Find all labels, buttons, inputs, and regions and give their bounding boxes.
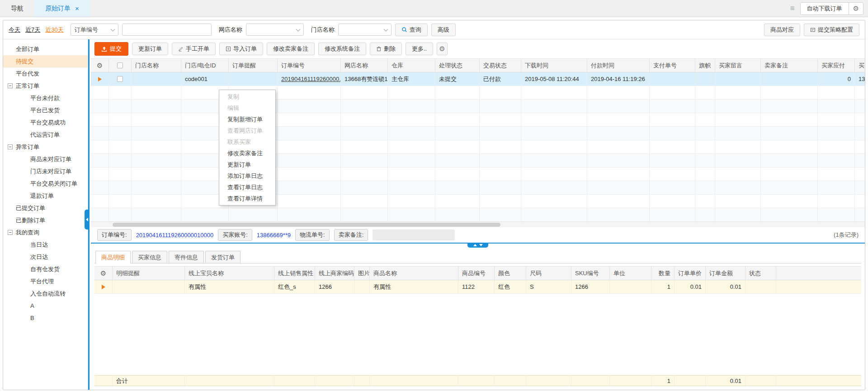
store-name-select[interactable] [338, 24, 392, 36]
context-menu-item-2[interactable]: 复制新增订单 [219, 114, 275, 125]
tab-close-icon[interactable]: × [75, 5, 79, 12]
gear-icon[interactable]: ⚙ [97, 59, 103, 72]
column-header-10[interactable]: 下载时间 [521, 59, 587, 72]
column-header-3[interactable]: 门店/电仓ID [181, 59, 229, 72]
search-field-select[interactable]: 订单编号 [71, 24, 118, 36]
sidebar-item-12[interactable]: 退款订单 [3, 190, 88, 202]
header-gear-cell[interactable]: ⚙ [91, 59, 109, 72]
import-order-button[interactable]: 导入订单 [219, 43, 263, 55]
detail-tab-3[interactable]: 发货订单 [205, 251, 241, 263]
shop-name-select[interactable] [246, 24, 304, 36]
manual-order-button[interactable]: 手工开单 [172, 43, 216, 55]
sidebar-item-2[interactable]: 平台代发 [3, 67, 88, 80]
order-number-value[interactable]: 201904161119260000010000 [136, 232, 214, 239]
detail-tab-1[interactable]: 买家信息 [132, 251, 167, 263]
order-search-input[interactable] [122, 24, 212, 36]
detail-column-header-1[interactable]: 明细提醒 [113, 267, 185, 280]
tree-collapse-icon[interactable] [8, 144, 13, 149]
column-header-16[interactable]: 买家应付 [818, 59, 855, 72]
row-checkbox[interactable] [117, 76, 123, 82]
sidebar-item-3[interactable]: 正常订单 [3, 80, 88, 92]
sidebar-item-19[interactable]: 平台代理 [3, 275, 88, 287]
detail-row[interactable]: 有属性红色_s1266有属性1122红色S126610.010.01 [94, 280, 861, 294]
sidebar-item-22[interactable]: B [3, 312, 88, 324]
order-number-tag[interactable]: 订单编号: [97, 229, 132, 241]
seller-note-tag[interactable]: 卖家备注: [334, 229, 368, 241]
submit-policy-button[interactable]: 提交策略配置 [804, 24, 859, 36]
delete-button[interactable]: 删除 [370, 43, 402, 55]
sidebar-item-17[interactable]: 次日达 [3, 251, 88, 263]
detail-column-header-6[interactable]: 商品名称 [370, 267, 458, 280]
sidebar-item-7[interactable]: 代运营订单 [3, 129, 88, 141]
column-header-13[interactable]: 旗帜 [695, 59, 715, 72]
quick-filter-today[interactable]: 今天 [9, 26, 20, 34]
sidebar-item-1[interactable]: 待提交 [3, 55, 88, 67]
quick-filter-7days[interactable]: 近7天 [25, 26, 40, 34]
column-header-17[interactable]: 买 [855, 59, 865, 72]
update-order-button[interactable]: 更新订单 [132, 43, 168, 55]
detail-column-header-3[interactable]: 线上销售属性 [274, 267, 315, 280]
splitter-handle[interactable] [467, 243, 488, 248]
column-header-14[interactable]: 买家留言 [715, 59, 761, 72]
column-header-15[interactable]: 卖家备注 [761, 59, 818, 72]
tab-navigation[interactable]: 导航 [0, 0, 34, 17]
column-header-7[interactable]: 仓库 [388, 59, 435, 72]
toolbar-gear-icon[interactable]: ⚙ [437, 43, 447, 55]
detail-column-header-4[interactable]: 线上商家编码 [315, 267, 354, 280]
detail-column-header-11[interactable]: 单位 [610, 267, 651, 280]
more-button[interactable]: 更多.. [406, 43, 433, 55]
context-menu-item-9[interactable]: 查看订单详情 [219, 193, 275, 204]
gear-icon[interactable]: ⚙ [100, 267, 106, 280]
context-menu-item-8[interactable]: 查看订单日志 [219, 182, 275, 193]
edit-system-note-button[interactable]: 修改系统备注 [318, 43, 366, 55]
buyer-account-tag[interactable]: 买家账号: [218, 229, 252, 241]
submit-button[interactable]: 提交 [94, 42, 128, 56]
sidebar-item-18[interactable]: 自有仓发货 [3, 263, 88, 275]
column-header-6[interactable]: 网店名称 [341, 59, 388, 72]
sidebar-item-14[interactable]: 已删除订单 [3, 214, 88, 226]
order-number-link[interactable]: 201904161119260000... [281, 76, 341, 82]
column-header-4[interactable]: 订单提醒 [229, 59, 278, 72]
column-header-2[interactable]: 门店名称 [132, 59, 181, 72]
order-row[interactable]: code001201904161119260000...13668有赞连锁187… [91, 72, 865, 86]
quick-filter-30days[interactable]: 近30天 [45, 26, 63, 34]
sidebar-item-15[interactable]: 我的查询 [3, 226, 88, 239]
settings-gear-icon[interactable]: ⚙ [849, 3, 863, 14]
detail-column-header-10[interactable]: SKU编号 [571, 267, 610, 280]
sidebar-item-20[interactable]: 入仓自动流转 [3, 287, 88, 300]
detail-column-header-12[interactable]: 数量 [651, 267, 675, 280]
tab-original-orders[interactable]: 原始订单 × [34, 0, 90, 17]
tab-list-icon[interactable]: ≡ [790, 4, 795, 13]
detail-column-header-7[interactable]: 商品编号 [458, 267, 495, 280]
column-header-5[interactable]: 订单编号 [278, 59, 341, 72]
select-all-checkbox[interactable] [117, 62, 123, 68]
detail-header-gear-cell[interactable]: ⚙ [94, 267, 113, 280]
tree-collapse-icon[interactable] [8, 230, 13, 235]
horizontal-scrollbar[interactable] [91, 221, 865, 227]
detail-column-header-13[interactable]: 订单单价 [675, 267, 706, 280]
advanced-button[interactable]: 高级 [431, 24, 456, 36]
detail-column-header-9[interactable]: 尺码 [526, 267, 571, 280]
column-header-9[interactable]: 交易状态 [480, 59, 521, 72]
detail-tab-0[interactable]: 商品明细 [95, 251, 131, 263]
context-menu-item-5[interactable]: 修改卖家备注 [219, 148, 275, 159]
detail-column-header-5[interactable]: 图片 [354, 267, 370, 280]
scrollbar-thumb[interactable] [113, 223, 500, 227]
sidebar-item-21[interactable]: A [3, 300, 88, 312]
buyer-account-value[interactable]: 13866669**9 [257, 232, 291, 239]
product-mapping-button[interactable]: 商品对应 [764, 24, 800, 36]
detail-column-header-14[interactable]: 订单金额 [706, 267, 745, 280]
sidebar-item-13[interactable]: 已提交订单 [3, 202, 88, 214]
sidebar-splitter[interactable] [88, 39, 91, 390]
sidebar-item-4[interactable]: 平台未付款 [3, 92, 88, 104]
detail-column-header-8[interactable]: 颜色 [495, 267, 526, 280]
context-menu-item-7[interactable]: 添加订单日志 [219, 170, 275, 182]
detail-column-header-2[interactable]: 线上宝贝名称 [185, 267, 274, 280]
detail-column-header-15[interactable]: 状态 [745, 267, 776, 280]
auto-download-button[interactable]: 自动下载订单 [801, 3, 849, 14]
header-checkbox-cell[interactable] [109, 59, 132, 72]
column-header-8[interactable]: 处理状态 [435, 59, 480, 72]
context-menu-item-6[interactable]: 更新订单 [219, 159, 275, 170]
search-button[interactable]: 查询 [395, 24, 428, 36]
sidebar-item-16[interactable]: 当日达 [3, 239, 88, 251]
